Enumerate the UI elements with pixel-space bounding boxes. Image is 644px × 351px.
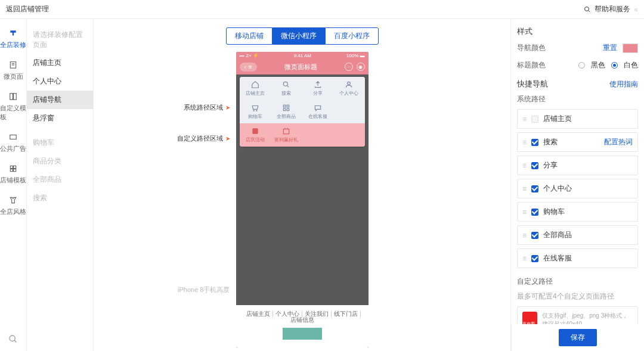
sys-path-label: 系统路径 bbox=[517, 94, 638, 104]
config-hotword-link[interactable]: 配置热词 bbox=[604, 137, 633, 147]
collapse-icon: « bbox=[634, 5, 638, 14]
search-icon bbox=[8, 334, 18, 344]
title-bar: ‹≡ 微页面标题 ⋯ ◉ bbox=[236, 59, 369, 74]
sidebar-hint: 请选择装修配置页面 bbox=[27, 26, 93, 54]
drag-handle-icon[interactable]: ≡ bbox=[522, 232, 527, 239]
svg-point-16 bbox=[348, 82, 351, 85]
rail-item-ad[interactable]: 公共广告 bbox=[0, 132, 26, 153]
svg-rect-20 bbox=[287, 105, 289, 107]
rail-item-style[interactable]: 全店风格 bbox=[0, 195, 26, 216]
popup-cart[interactable]: 购物车 bbox=[240, 100, 271, 123]
radio-white[interactable] bbox=[611, 62, 618, 69]
popup-custom-2[interactable]: 签到赢好礼 bbox=[271, 123, 302, 147]
color-swatch[interactable] bbox=[623, 44, 638, 53]
drag-handle-icon[interactable]: ≡ bbox=[522, 209, 527, 216]
save-bar: 保存 bbox=[511, 324, 644, 351]
list-item[interactable]: ≡分享 bbox=[517, 156, 638, 175]
help-link[interactable]: 帮助和服务 « bbox=[584, 4, 638, 14]
template-icon bbox=[8, 92, 18, 101]
sidebar-item-cart[interactable]: 购物车 bbox=[27, 133, 93, 152]
svg-rect-9 bbox=[14, 166, 16, 168]
back-button[interactable]: ‹≡ bbox=[240, 63, 257, 72]
rail-item-page[interactable]: 微页面 bbox=[4, 60, 23, 81]
svg-point-17 bbox=[253, 110, 254, 111]
svg-rect-10 bbox=[10, 169, 13, 172]
reset-button[interactable]: 重置 bbox=[603, 44, 617, 52]
checkbox[interactable] bbox=[531, 139, 538, 146]
drag-handle-icon[interactable]: ≡ bbox=[522, 139, 527, 146]
svg-rect-24 bbox=[284, 129, 289, 134]
save-button[interactable]: 保存 bbox=[559, 329, 597, 346]
svg-rect-6 bbox=[14, 94, 17, 100]
drag-handle-icon[interactable]: ≡ bbox=[522, 162, 527, 169]
svg-line-13 bbox=[14, 340, 16, 342]
custom-path-hint: 最多可配置4个自定义页面路径 bbox=[517, 291, 638, 302]
sidebar-item-profile[interactable]: 个人中心 bbox=[27, 72, 93, 91]
svg-line-15 bbox=[287, 85, 289, 87]
popup-custom-1[interactable]: 店庆活动 bbox=[240, 123, 271, 147]
rail-item-decor[interactable]: 全店装修 bbox=[0, 29, 26, 49]
guide-link[interactable]: 使用指南 bbox=[609, 79, 638, 89]
annotation-system: 系统路径区域➤ bbox=[184, 103, 230, 112]
rail-item-template[interactable]: 自定义模板 bbox=[0, 92, 26, 122]
mini-menu-icon[interactable]: ⋯ bbox=[345, 63, 353, 71]
iphone-height-label: iPhone 8手机高度 bbox=[178, 285, 230, 294]
system-path-list: ≡店铺主页 ≡搜索配置热词 ≡分享 ≡个人中心 ≡购物车 ≡全部商品 ≡在线客服 bbox=[517, 109, 638, 268]
left-rail: 全店装修 微页面 自定义模板 公共广告 店铺模板 全店风格 bbox=[0, 19, 27, 351]
paint-icon bbox=[8, 29, 18, 38]
mini-close-icon[interactable]: ◉ bbox=[357, 63, 365, 71]
svg-rect-5 bbox=[10, 94, 13, 100]
annotation-custom: 自定义路径区域➤ bbox=[177, 134, 230, 143]
section-style: 样式 bbox=[517, 26, 638, 37]
checkbox[interactable] bbox=[531, 255, 538, 262]
checkbox[interactable] bbox=[531, 232, 538, 239]
svg-point-18 bbox=[256, 110, 257, 111]
list-item[interactable]: ≡店铺主页 bbox=[517, 109, 638, 129]
popup-search[interactable]: 搜索 bbox=[271, 77, 302, 100]
sidebar-item-nav[interactable]: 店铺导航 bbox=[27, 91, 93, 109]
popup-service[interactable]: 在线客服 bbox=[302, 100, 334, 123]
sidebar-item-home[interactable]: 店铺主页 bbox=[27, 54, 93, 72]
popup-profile[interactable]: 个人中心 bbox=[333, 77, 365, 100]
checkbox[interactable] bbox=[531, 162, 538, 169]
popup-goods[interactable]: 全部商品 bbox=[271, 100, 302, 123]
popup-share[interactable]: 分享 bbox=[302, 77, 334, 100]
svg-rect-8 bbox=[10, 166, 13, 168]
section-quick-nav: 快捷导航 bbox=[517, 79, 548, 89]
preview-canvas: 移动店铺 微信小程序 百度小程序 系统路径区域➤ 自定义路径区域➤ iPhone… bbox=[94, 19, 511, 351]
page-title: 微页面标题 bbox=[284, 63, 317, 72]
svg-line-1 bbox=[589, 10, 590, 12]
sidebar-item-category[interactable]: 商品分类 bbox=[27, 152, 93, 170]
tab-baidu[interactable]: 百度小程序 bbox=[325, 27, 379, 45]
nav-popup: 店铺主页 搜索 分享 个人中心 购物车 全部商品 在线客服 店庆活动 签到赢好礼 bbox=[240, 77, 365, 147]
list-item[interactable]: ≡全部商品 bbox=[517, 225, 638, 245]
back-to-shop-link[interactable]: 返回店铺管理 bbox=[6, 4, 49, 14]
svg-rect-21 bbox=[284, 108, 286, 111]
list-item[interactable]: ≡个人中心 bbox=[517, 179, 638, 198]
radio-black[interactable] bbox=[578, 62, 585, 69]
status-bar: ••• Z+ ⚡ 9:41 AM 100% ▬ bbox=[236, 52, 369, 59]
list-item[interactable]: ≡购物车 bbox=[517, 202, 638, 222]
checkbox[interactable] bbox=[531, 185, 538, 192]
checkbox[interactable] bbox=[531, 209, 538, 216]
tab-mobile[interactable]: 移动店铺 bbox=[226, 27, 273, 45]
svg-rect-22 bbox=[287, 108, 289, 111]
drag-handle-icon[interactable]: ≡ bbox=[522, 185, 527, 192]
tab-wechat[interactable]: 微信小程序 bbox=[273, 27, 325, 45]
rail-search-button[interactable] bbox=[0, 334, 26, 344]
settings-panel: 样式 导航颜色 重置 标题颜色 黑色 白色 快捷导航 使用指南 系统路径 ≡店铺… bbox=[511, 19, 644, 351]
drag-handle-icon[interactable]: ≡ bbox=[522, 116, 527, 123]
custom-path-label: 自定义路径 bbox=[517, 277, 638, 287]
list-item[interactable]: ≡在线客服 bbox=[517, 249, 638, 268]
drag-handle-icon[interactable]: ≡ bbox=[522, 255, 527, 262]
phone-footer: 店铺主页 个人中心 关注我们 线下门店 店铺信息 bbox=[236, 305, 369, 348]
rail-item-shop-tpl[interactable]: 店铺模板 bbox=[0, 164, 26, 185]
popup-home[interactable]: 店铺主页 bbox=[240, 77, 271, 100]
page-icon bbox=[8, 60, 18, 70]
sidebar-item-search[interactable]: 搜索 bbox=[27, 189, 93, 207]
checkbox[interactable] bbox=[531, 116, 538, 123]
ad-icon bbox=[8, 132, 18, 142]
sidebar-item-all-goods[interactable]: 全部商品 bbox=[27, 170, 93, 189]
sidebar-item-float[interactable]: 悬浮窗 bbox=[27, 109, 93, 128]
list-item[interactable]: ≡搜索配置热词 bbox=[517, 132, 638, 152]
